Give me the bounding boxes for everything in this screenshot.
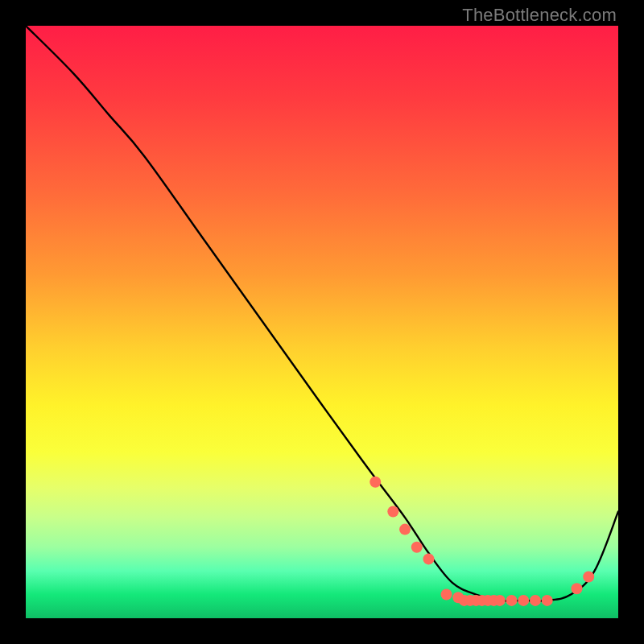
data-marker xyxy=(441,589,452,601)
data-marker xyxy=(399,524,411,535)
data-marker xyxy=(530,595,541,606)
data-marker xyxy=(411,542,423,553)
data-marker xyxy=(387,506,398,518)
data-marker xyxy=(506,595,518,606)
data-marker xyxy=(542,595,553,606)
data-marker xyxy=(518,595,529,606)
bottleneck-curve xyxy=(26,26,618,601)
chart-svg xyxy=(26,26,618,618)
data-marker xyxy=(571,583,582,594)
chart-frame: TheBottleneck.com xyxy=(0,0,644,644)
marker-group xyxy=(369,477,594,606)
watermark-text: TheBottleneck.com xyxy=(462,5,617,26)
data-marker xyxy=(494,595,506,606)
data-marker xyxy=(369,477,381,488)
data-marker xyxy=(583,571,594,582)
data-marker xyxy=(423,553,434,564)
plot-area xyxy=(26,26,618,618)
